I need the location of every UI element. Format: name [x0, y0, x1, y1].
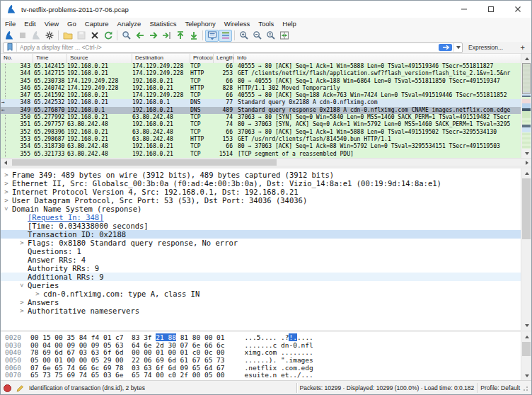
packet-row[interactable]: 34565.230738174.129.249.228192.168.0.21T…	[1, 78, 521, 85]
detail-row[interactable]: >Flags: 0x8180 Standard query response, …	[1, 239, 531, 247]
column-header-no[interactable]: No.	[1, 54, 33, 63]
hscroll-thumb[interactable]	[12, 159, 277, 166]
open-file-icon[interactable]	[61, 30, 74, 42]
expand-icon[interactable]: >	[4, 179, 9, 188]
scroll-down-icon[interactable]	[521, 149, 532, 158]
collapse-icon[interactable]: >	[18, 282, 26, 288]
maximize-button[interactable]	[478, 1, 504, 18]
packet-row[interactable]: 34765.241592192.168.0.21174.129.249.228T…	[1, 92, 521, 99]
go-back-icon[interactable]	[133, 30, 146, 42]
scroll-down-icon[interactable]	[521, 321, 532, 330]
menu-item-edit[interactable]: Edit	[20, 20, 40, 28]
packet-row[interactable]: 35565.32173363.80.242.48192.168.0.21TCP1…	[1, 151, 521, 158]
filter-dropdown-caret[interactable]	[453, 43, 462, 52]
colorize-icon[interactable]	[219, 30, 232, 42]
menu-item-analyze[interactable]: Analyze	[113, 20, 146, 28]
detail-row[interactable]: >cdn-0.nflximg.com: type A, class IN	[1, 290, 531, 298]
detail-row[interactable]: >Queries	[1, 281, 531, 290]
detail-row[interactable]: Answer RRs: 4	[1, 256, 531, 264]
detail-scrollbar[interactable]	[521, 168, 531, 330]
packet-row[interactable]: 34665.240742174.129.249.228192.168.0.21H…	[1, 85, 521, 92]
reload-file-icon[interactable]	[101, 30, 115, 42]
close-file-icon[interactable]	[88, 30, 101, 42]
packet-list-hscrollbar[interactable]	[1, 158, 531, 166]
detail-row[interactable]: >User Datagram Protocol, Src Port: 53 (5…	[1, 196, 531, 205]
expand-icon[interactable]: >	[19, 307, 25, 315]
capture-comment-icon[interactable]	[13, 382, 26, 394]
packet-row[interactable]: →34865.242532192.168.0.21192.168.0.1DNS7…	[1, 99, 521, 106]
find-packet-icon[interactable]	[120, 30, 133, 42]
start-capture-icon[interactable]	[2, 30, 16, 42]
detail-row[interactable]: Additional RRs: 9	[1, 273, 531, 281]
packet-row[interactable]: 35465.31873063.80.242.48192.168.0.21TCP6…	[1, 143, 521, 150]
hex-scrollbar[interactable]	[521, 332, 531, 380]
packet-row[interactable]: 34465.142715192.168.0.21174.129.249.228H…	[1, 70, 521, 77]
minimize-button[interactable]	[451, 1, 478, 18]
go-to-packet-icon[interactable]	[160, 30, 173, 42]
column-header-destination[interactable]: Destination	[132, 54, 190, 63]
expert-info-icon[interactable]	[1, 382, 13, 394]
expand-icon[interactable]: >	[19, 239, 25, 247]
detail-row[interactable]: >Ethernet II, Src: Globalsc_00:3b:0a (f0…	[1, 179, 531, 188]
packet-row[interactable]: 34365.142415192.168.0.21174.129.249.228T…	[1, 63, 521, 70]
zoom-original-icon[interactable]	[264, 30, 277, 42]
resize-grip[interactable]	[523, 384, 530, 391]
detail-row[interactable]: Questions: 1	[1, 247, 531, 256]
menu-item-tools[interactable]: Tools	[254, 20, 278, 28]
apply-filter-button[interactable]	[439, 44, 452, 51]
vscroll-thumb[interactable]	[522, 178, 531, 239]
display-filter-input[interactable]: Apply a display filter ... <Ctrl-/>	[3, 42, 463, 53]
column-header-time[interactable]: Time	[33, 54, 67, 63]
menu-item-capture[interactable]: Capture	[81, 20, 113, 28]
column-header-length[interactable]: Length	[214, 54, 234, 63]
detail-row[interactable]: >Internet Protocol Version 4, Src: 192.1…	[1, 188, 531, 196]
detail-row[interactable]: [Request In: 348]	[1, 213, 531, 222]
packet-row-selected[interactable]: ←34965.276870192.168.0.1192.168.0.21DNS4…	[1, 107, 521, 114]
zoom-out-icon[interactable]	[250, 30, 264, 42]
zoom-in-icon[interactable]	[237, 30, 250, 42]
collapse-icon[interactable]: >	[2, 206, 11, 212]
expand-icon[interactable]: >	[4, 196, 9, 205]
column-header-protocol[interactable]: Protocol	[190, 54, 214, 63]
menu-item-file[interactable]: File	[1, 20, 20, 28]
packet-row[interactable]: 35265.298396192.168.0.2163.80.242.48TCP6…	[1, 129, 521, 136]
column-header-source[interactable]: Source	[67, 54, 132, 63]
field-link[interactable]: [Request In: 348]	[1, 213, 103, 222]
scroll-up-icon[interactable]	[521, 168, 532, 178]
scroll-up-icon[interactable]	[521, 332, 532, 341]
filter-bookmark-icon[interactable]	[4, 43, 17, 52]
scroll-down-icon[interactable]	[521, 371, 532, 380]
menu-item-go[interactable]: Go	[63, 20, 81, 28]
detail-row[interactable]: >Frame 349: 489 bytes on wire (3912 bits…	[1, 171, 531, 179]
profile-label[interactable]: Profile: Default	[480, 384, 520, 391]
expand-icon[interactable]: >	[19, 298, 25, 307]
packet-row[interactable]: 35365.298687192.168.0.2163.80.242.48HTTP…	[1, 136, 521, 143]
detail-row[interactable]: >Answers	[1, 298, 531, 307]
capture-options-icon[interactable]	[42, 30, 56, 42]
packet-list-scrollbar[interactable]	[521, 54, 531, 158]
vscroll-thumb[interactable]	[522, 63, 531, 94]
go-forward-icon[interactable]	[146, 30, 160, 42]
expand-icon[interactable]: >	[4, 171, 9, 179]
menu-item-view[interactable]: View	[40, 20, 63, 28]
detail-row[interactable]: Authority RRs: 9	[1, 264, 531, 273]
expand-icon[interactable]: >	[4, 188, 9, 196]
packet-row[interactable]: 35065.277992192.168.0.2163.80.242.48TCP7…	[1, 114, 521, 121]
expression-button[interactable]: Expression...	[468, 44, 503, 51]
packet-row[interactable]: 35165.29775763.80.242.48192.168.0.21TCP7…	[1, 121, 521, 128]
menu-item-wireless[interactable]: Wireless	[220, 20, 254, 28]
menu-item-help[interactable]: Help	[278, 20, 301, 28]
hex-row[interactable]: 007065 73 75 69 74 65 03 6e 65 74 00 c0 …	[1, 372, 531, 379]
detail-row[interactable]: >Domain Name System (response)	[1, 205, 531, 213]
menu-item-statistics[interactable]: Statistics	[145, 20, 180, 28]
vscroll-thumb[interactable]	[522, 342, 531, 356]
add-filter-button[interactable]: +	[521, 43, 525, 52]
detail-row[interactable]: >Authoritative nameservers	[1, 307, 531, 315]
detail-row[interactable]: Transaction ID: 0x2188	[1, 230, 531, 239]
resize-columns-icon[interactable]	[277, 30, 291, 42]
menu-item-telephony[interactable]: Telephony	[180, 20, 219, 28]
go-last-icon[interactable]	[187, 30, 200, 42]
auto-scroll-icon[interactable]	[205, 30, 219, 42]
detail-row[interactable]: [Time: 0.034338000 seconds]	[1, 222, 531, 230]
close-button[interactable]	[504, 1, 531, 18]
